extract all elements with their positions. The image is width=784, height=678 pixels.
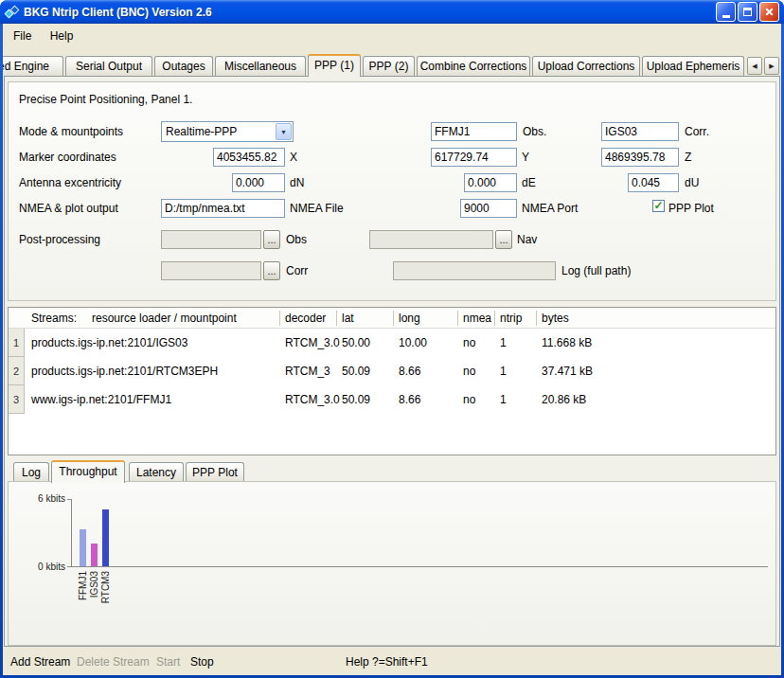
menu-file[interactable]: File (6, 27, 39, 45)
marker-x-input[interactable] (213, 148, 285, 167)
row-number: 3 (9, 385, 25, 414)
stop-button[interactable]: Stop (190, 655, 214, 669)
add-stream-button[interactable]: Add Stream (10, 655, 70, 669)
nmea-plot-output-label: NMEA & plot output (19, 202, 118, 215)
check-icon: ✓ (653, 201, 663, 210)
cell-lat: 50.09 (342, 357, 370, 385)
mode-select[interactable]: Realtime-PPP ▼ (161, 121, 294, 142)
ppp-plot-label: PPP Plot (668, 202, 714, 215)
corr-label: Corr. (685, 125, 709, 138)
header-streams: Streams: (31, 312, 77, 325)
combo-dropdown-button[interactable]: ▼ (276, 123, 292, 140)
antenna-excentricity-label: Antenna excentricity (19, 176, 121, 189)
marker-y-input[interactable] (431, 148, 517, 167)
corr-mountpoint-input[interactable] (601, 122, 679, 141)
obs-mountpoint-input[interactable] (431, 122, 517, 141)
tab-upload-ephemeris[interactable]: Upload Ephemeris (642, 56, 744, 76)
maximize-icon (743, 8, 752, 16)
tab-latency[interactable]: Latency (129, 462, 184, 482)
cell-ntrip: 1 (500, 329, 507, 357)
dn-label: dN (290, 176, 304, 189)
cell-nmea: no (463, 385, 475, 414)
row-number: 1 (9, 329, 25, 357)
post-log-label: Log (full path) (561, 264, 631, 277)
nmea-file-label: NMEA File (290, 202, 344, 215)
post-obs-label: Obs (286, 233, 307, 246)
throughput-chart: 6 kbits 0 kbits FFMJ1IGS03RTCM3 (8, 481, 776, 646)
header-separator (457, 311, 458, 326)
tab-ppp-2[interactable]: PPP (2) (363, 56, 415, 76)
header-ntrip: ntrip (500, 312, 522, 325)
cell-mountpoint: www.igs-ip.net:2101/FFMJ1 (31, 385, 171, 414)
nmea-port-input[interactable] (460, 199, 517, 218)
table-row[interactable]: 2 products.igs-ip.net:2101/RTCM3EPH RTCM… (9, 357, 775, 385)
header-separator (279, 311, 280, 326)
window-title: BKG Ntrip Client (BNC) Version 2.6 (24, 6, 714, 19)
cell-ntrip: 1 (500, 385, 507, 414)
tab-outages[interactable]: Outages (154, 56, 213, 76)
cell-decoder: RTCM_3.0 (285, 385, 340, 414)
header-separator (393, 311, 394, 326)
cell-bytes: 37.471 kB (542, 357, 593, 385)
du-label: dU (685, 176, 699, 189)
x-label: X (290, 151, 297, 164)
antenna-dn-input[interactable] (232, 173, 285, 192)
tab-log[interactable]: Log (13, 462, 49, 482)
antenna-du-input[interactable] (628, 173, 679, 192)
cell-nmea: no (463, 357, 475, 385)
close-button[interactable] (759, 2, 779, 22)
maximize-button[interactable] (738, 2, 757, 22)
streams-header: Streams: resource loader / mountpoint de… (9, 308, 775, 329)
tab-combine-corrections[interactable]: Combine Corrections (417, 56, 530, 76)
browse-corr-button[interactable]: ... (263, 261, 280, 280)
menu-help[interactable]: Help (43, 27, 81, 45)
browse-obs-button[interactable]: ... (263, 230, 280, 249)
tab-serial-output[interactable]: Serial Output (65, 56, 152, 76)
app-window: BKG Ntrip Client (BNC) Version 2.6 File … (0, 0, 784, 678)
table-row[interactable]: 3 www.igs-ip.net:2101/FFMJ1 RTCM_3.0 50.… (9, 385, 775, 414)
menu-bar: File Help (3, 24, 781, 48)
ppp-plot-checkbox[interactable]: ✓ (652, 200, 665, 212)
cell-mountpoint: products.igs-ip.net:2101/IGS03 (31, 329, 187, 357)
header-lat: lat (342, 312, 354, 325)
antenna-de-input[interactable] (464, 173, 517, 192)
panel-title: Precise Point Positioning, Panel 1. (19, 93, 192, 106)
table-row[interactable]: 1 products.igs-ip.net:2101/IGS03 RTCM_3.… (9, 329, 775, 357)
mode-mountpoints-label: Mode & mountpoints (19, 125, 123, 138)
browse-nav-button[interactable]: ... (495, 230, 512, 249)
cell-bytes: 20.86 kB (542, 385, 586, 414)
marker-z-input[interactable] (601, 148, 679, 167)
header-separator (536, 311, 537, 326)
title-bar[interactable]: BKG Ntrip Client (BNC) Version 2.6 (0, 0, 784, 24)
tab-scroll-left-button[interactable]: ◀ (747, 57, 762, 75)
tab-ppp-1[interactable]: PPP (1) (308, 54, 361, 77)
tab-scroll-right-button[interactable]: ▶ (764, 57, 779, 75)
post-obs-input[interactable] (161, 230, 261, 249)
tab-feed-engine[interactable]: ed Engine (3, 56, 63, 76)
start-button[interactable]: Start (156, 655, 180, 669)
cell-mountpoint: products.igs-ip.net:2101/RTCM3EPH (31, 357, 218, 385)
app-icon (5, 5, 20, 20)
throughput-xlabels: FFMJ1IGS03RTCM3 (9, 482, 775, 645)
post-corr-input[interactable] (161, 261, 261, 280)
cell-bytes: 11.668 kB (542, 329, 592, 357)
tab-miscellaneous[interactable]: Miscellaneous (215, 56, 306, 76)
nmea-file-input[interactable] (161, 199, 285, 218)
tab-ppp-plot[interactable]: PPP Plot (186, 462, 244, 482)
tab-upload-corrections[interactable]: Upload Corrections (532, 56, 640, 76)
minimize-button[interactable] (716, 2, 736, 22)
nmea-port-label: NMEA Port (522, 202, 578, 215)
delete-stream-button[interactable]: Delete Stream (77, 655, 150, 669)
post-corr-label: Corr (286, 264, 308, 277)
post-log-input[interactable] (393, 261, 556, 280)
tab-throughput[interactable]: Throughput (51, 460, 125, 483)
header-separator (494, 311, 495, 326)
post-nav-input[interactable] (369, 230, 493, 249)
header-long: long (399, 312, 420, 325)
cell-decoder: RTCM_3 (285, 357, 330, 385)
monitor-section: Log Throughput Latency PPP Plot 6 kbits … (8, 460, 776, 646)
z-label: Z (685, 151, 691, 164)
obs-label: Obs. (523, 125, 546, 138)
y-label: Y (522, 151, 529, 164)
help-shortcut-button[interactable]: Help ?=Shift+F1 (346, 655, 428, 669)
